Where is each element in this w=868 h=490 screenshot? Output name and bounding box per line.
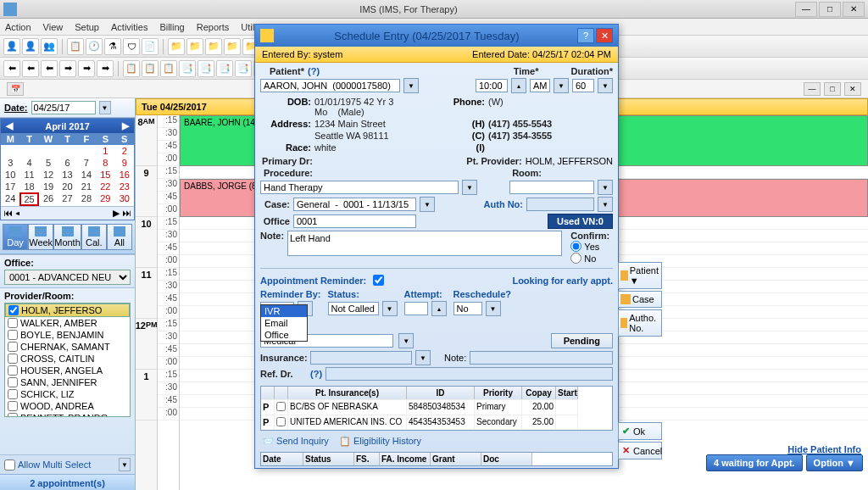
insurance-row[interactable]: PUNITED AMERICAN INS. CO454354353453Seco… xyxy=(261,415,612,430)
office-select[interactable]: 0001 - ADVANCED NEU xyxy=(4,270,131,285)
help-icon[interactable]: (?) xyxy=(308,66,320,76)
cal-next-icon[interactable]: ▶ xyxy=(119,120,132,131)
calendar-day[interactable]: 19 xyxy=(39,181,58,192)
menu-billing[interactable]: Billing xyxy=(159,22,184,32)
sched-max-button[interactable]: □ xyxy=(824,82,841,96)
side-case-button[interactable]: Case xyxy=(618,291,662,308)
tb-icon[interactable]: 👤 xyxy=(22,38,39,55)
calendar-day[interactable] xyxy=(39,145,58,157)
tb-icon[interactable]: 👤 xyxy=(3,38,20,55)
help-icon[interactable]: (?) xyxy=(310,369,322,379)
calendar-day[interactable]: 18 xyxy=(19,181,38,192)
cal-prev-icon[interactable]: ◀ xyxy=(3,120,16,131)
minimize-button[interactable]: — xyxy=(795,2,817,17)
confirm-no-radio[interactable]: No xyxy=(570,253,613,264)
multi-select-checkbox[interactable] xyxy=(4,459,15,471)
calendar-day[interactable]: 4 xyxy=(19,157,38,169)
case-input[interactable] xyxy=(293,198,416,211)
attempt-input[interactable] xyxy=(404,302,428,315)
calendar-day[interactable]: 6 xyxy=(58,157,76,169)
sched-close-button[interactable]: ✕ xyxy=(844,82,861,96)
view-day-button[interactable]: Day xyxy=(3,224,28,250)
provider-checkbox[interactable] xyxy=(8,365,18,376)
menu-action[interactable]: Action xyxy=(5,22,31,32)
pending-button[interactable]: Pending xyxy=(551,333,613,348)
duration-dropdown-icon[interactable]: ▼ xyxy=(598,78,613,93)
provider-item[interactable]: CHERNAK, SAMANT xyxy=(5,341,130,353)
tb-icon[interactable]: 🛡 xyxy=(123,38,140,55)
calendar-day[interactable]: 26 xyxy=(39,192,58,206)
provider-checkbox[interactable] xyxy=(8,401,18,411)
calendar-day[interactable] xyxy=(77,145,96,157)
refdr-input[interactable] xyxy=(326,367,613,381)
authno-input[interactable] xyxy=(526,198,594,211)
menu-setup[interactable]: Setup xyxy=(75,22,99,32)
calendar-day[interactable]: 28 xyxy=(77,192,96,206)
tb-icon[interactable]: 📁 xyxy=(168,38,185,55)
patient-dropdown-icon[interactable]: ▼ xyxy=(403,78,419,93)
tb-icon[interactable]: ⬅ xyxy=(3,60,20,77)
side-patient-button[interactable]: Patient ▼ xyxy=(618,262,662,289)
confirm-yes-radio[interactable]: Yes xyxy=(570,241,613,252)
date-dropdown-icon[interactable]: ▼ xyxy=(99,101,111,114)
verify-type-dropdown-icon[interactable]: ▼ xyxy=(398,333,414,348)
view-month-button[interactable]: Month xyxy=(53,224,81,250)
option-button[interactable]: Option ▼ xyxy=(806,454,863,471)
tb-icon[interactable]: ➡ xyxy=(59,60,76,77)
case-dropdown-icon[interactable]: ▼ xyxy=(420,197,435,212)
tb-icon[interactable]: 📋 xyxy=(142,60,159,77)
maximize-button[interactable]: □ xyxy=(819,2,841,17)
calendar-day[interactable]: 21 xyxy=(77,181,96,192)
ampm-dropdown-icon[interactable]: ▼ xyxy=(554,78,569,93)
calendar-day[interactable]: 11 xyxy=(19,169,38,181)
early-appt-link[interactable]: Looking for early appt. xyxy=(512,276,613,286)
reminder-option-email[interactable]: Email xyxy=(261,317,307,329)
tb-icon[interactable]: 📑 xyxy=(235,60,252,77)
calendar-day[interactable]: 9 xyxy=(115,157,134,169)
calendar-day[interactable]: 10 xyxy=(1,169,19,181)
procedure-dropdown-icon[interactable]: ▼ xyxy=(462,180,477,195)
provider-item[interactable]: HOUSER, ANGELA xyxy=(5,365,130,376)
patient-input[interactable] xyxy=(260,79,400,92)
calendar-day[interactable]: 30 xyxy=(115,192,134,206)
calendar-day[interactable]: 1 xyxy=(96,145,114,157)
provider-item[interactable]: WOOD, ANDREA xyxy=(5,400,130,412)
calendar-day[interactable]: 5 xyxy=(39,157,58,169)
provider-item[interactable]: SCHICK, LIZ xyxy=(5,388,130,400)
menu-view[interactable]: View xyxy=(43,22,64,32)
calendar-day[interactable]: 8 xyxy=(96,157,114,169)
tb-icon[interactable]: 📑 xyxy=(179,60,196,77)
calendar-day[interactable]: 17 xyxy=(1,181,19,192)
close-button[interactable]: ✕ xyxy=(843,2,865,17)
reminder-by-dropdown-list[interactable]: IVR Email Office xyxy=(260,304,308,342)
tb-icon[interactable]: 📁 xyxy=(224,38,241,55)
procedure-input[interactable] xyxy=(260,181,459,194)
calendar-day[interactable]: 25 xyxy=(19,192,38,206)
provider-checkbox[interactable] xyxy=(8,354,18,364)
duration-input[interactable] xyxy=(572,79,594,92)
calendar-day[interactable]: 23 xyxy=(115,181,134,192)
tb-icon[interactable]: 📑 xyxy=(198,60,214,77)
view-week-button[interactable]: Week xyxy=(28,224,53,250)
menu-reports[interactable]: Reports xyxy=(197,22,230,32)
provider-checkbox[interactable] xyxy=(8,342,18,352)
dialog-close-button[interactable]: ✕ xyxy=(596,28,613,43)
tb-icon[interactable]: 📁 xyxy=(186,38,203,55)
tb-icon[interactable]: ⬅ xyxy=(41,60,58,77)
status-input[interactable] xyxy=(328,302,379,315)
tb-icon[interactable]: ⬅ xyxy=(22,60,39,77)
calendar-day[interactable]: 24 xyxy=(1,192,19,206)
view-all-button[interactable]: All xyxy=(107,224,132,250)
calendar-day[interactable]: 27 xyxy=(58,192,76,206)
tb-icon[interactable]: 📋 xyxy=(67,38,84,55)
dialog-help-button[interactable]: ? xyxy=(577,28,594,43)
ampm-input[interactable] xyxy=(530,79,550,92)
cal-last-icon[interactable]: ▶ ⏭ xyxy=(113,208,131,219)
provider-item[interactable]: SANN, JENNIFER xyxy=(5,376,130,388)
tb-icon[interactable]: ➡ xyxy=(78,60,95,77)
provider-checkbox[interactable] xyxy=(8,318,18,328)
tb-icon[interactable]: ⚗ xyxy=(104,38,121,55)
calendar-day[interactable] xyxy=(19,145,38,157)
status-dropdown-icon[interactable]: ▼ xyxy=(382,301,398,316)
calendar-day[interactable] xyxy=(58,145,76,157)
